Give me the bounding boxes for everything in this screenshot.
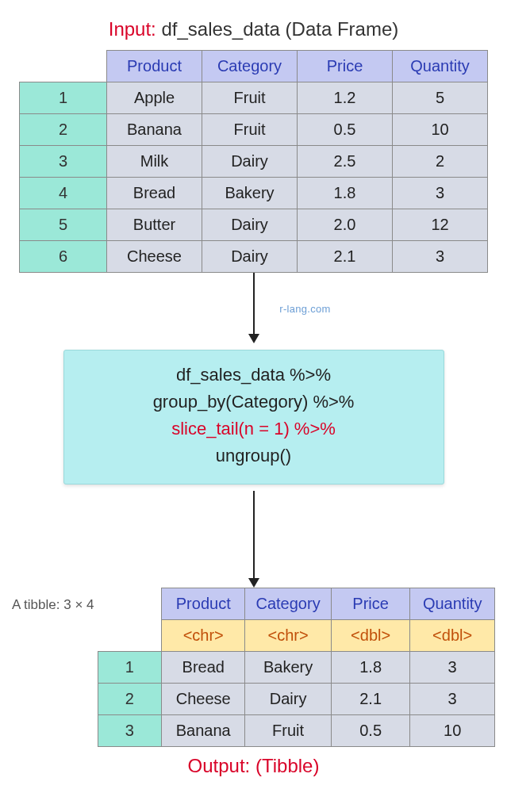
- input-table: Product Category Price Quantity 1AppleFr…: [19, 50, 488, 273]
- input-title-label: Input:: [109, 18, 156, 40]
- output-title: Output: (Tibble): [12, 755, 495, 777]
- cell: 12: [393, 209, 488, 241]
- cell: Cheese: [107, 241, 202, 273]
- cell: 3: [393, 178, 488, 209]
- col-header: Product: [162, 588, 245, 620]
- output-table: Product Category Price Quantity <chr> <c…: [98, 588, 496, 747]
- col-header: Price: [331, 588, 409, 620]
- cell: Cheese: [162, 684, 245, 715]
- cell: 0.5: [298, 114, 393, 146]
- input-title-text: df_sales_data (Data Frame): [161, 18, 398, 40]
- row-index: 1: [20, 82, 107, 114]
- cell: Dairy: [202, 241, 298, 273]
- col-header: Category: [245, 588, 332, 620]
- col-header: Price: [298, 51, 393, 82]
- cell: 1.2: [298, 82, 393, 114]
- cell: Bakery: [202, 178, 298, 209]
- cell: 3: [410, 684, 495, 715]
- cell: 2.5: [298, 146, 393, 178]
- flow-arrow-bottom: [12, 491, 495, 588]
- tibble-dim-label: A tibble: 3 × 4: [12, 588, 94, 613]
- type-cell: <dbl>: [410, 620, 495, 652]
- blank-header: [98, 620, 162, 652]
- cell: Milk: [107, 146, 202, 178]
- output-title-label: Output:: [188, 755, 251, 776]
- type-cell: <chr>: [245, 620, 332, 652]
- col-header: Quantity: [393, 51, 488, 82]
- type-cell: <chr>: [162, 620, 245, 652]
- row-index: 3: [98, 715, 162, 747]
- code-box: df_sales_data %>% group_by(Category) %>%…: [63, 350, 444, 485]
- cell: Butter: [107, 209, 202, 241]
- cell: Bakery: [245, 652, 332, 684]
- cell: 3: [410, 652, 495, 684]
- blank-header: [20, 51, 107, 82]
- cell: 10: [393, 114, 488, 146]
- row-index: 3: [20, 146, 107, 178]
- cell: Fruit: [245, 715, 332, 747]
- cell: Fruit: [202, 82, 298, 114]
- cell: 2.1: [331, 684, 409, 715]
- input-title: Input: df_sales_data (Data Frame): [12, 18, 495, 40]
- code-line: ungroup(): [72, 442, 436, 469]
- output-title-text: (Tibble): [255, 755, 319, 776]
- cell: 0.5: [331, 715, 409, 747]
- cell: 1.8: [331, 652, 409, 684]
- row-index: 5: [20, 209, 107, 241]
- cell: 10: [410, 715, 495, 747]
- cell: Bread: [162, 652, 245, 684]
- cell: 5: [393, 82, 488, 114]
- row-index: 6: [20, 241, 107, 273]
- row-index: 1: [98, 652, 162, 684]
- code-line: group_by(Category) %>%: [72, 389, 436, 416]
- code-line-highlight: slice_tail(n = 1) %>%: [72, 416, 436, 442]
- col-header: Category: [202, 51, 298, 82]
- blank-header: [98, 588, 162, 620]
- cell: Apple: [107, 82, 202, 114]
- cell: 2.1: [298, 241, 393, 273]
- row-index: 2: [20, 114, 107, 146]
- cell: 2: [393, 146, 488, 178]
- cell: Dairy: [202, 146, 298, 178]
- type-cell: <dbl>: [331, 620, 409, 652]
- cell: Dairy: [202, 209, 298, 241]
- cell: Fruit: [202, 114, 298, 146]
- code-line: df_sales_data %>%: [72, 362, 436, 389]
- flow-arrow-top: r-lang.com: [12, 273, 495, 343]
- watermark-text: r-lang.com: [279, 303, 330, 315]
- cell: Dairy: [245, 684, 332, 715]
- cell: 1.8: [298, 178, 393, 209]
- cell: 2.0: [298, 209, 393, 241]
- cell: Banana: [107, 114, 202, 146]
- cell: Bread: [107, 178, 202, 209]
- cell: Banana: [162, 715, 245, 747]
- row-index: 4: [20, 178, 107, 209]
- row-index: 2: [98, 684, 162, 715]
- cell: 3: [393, 241, 488, 273]
- col-header: Product: [107, 51, 202, 82]
- col-header: Quantity: [410, 588, 495, 620]
